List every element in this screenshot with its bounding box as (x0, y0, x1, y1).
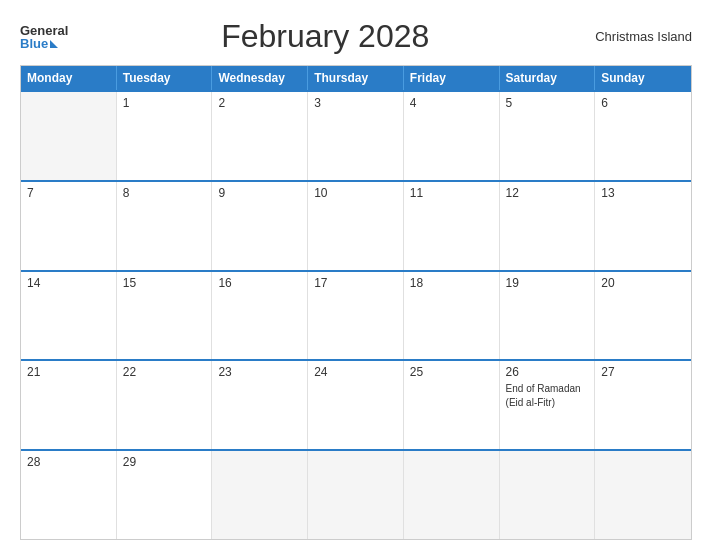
calendar-week-2: 7 8 9 10 11 12 13 (21, 180, 691, 270)
table-row: 17 (308, 272, 404, 360)
table-row: 9 (212, 182, 308, 270)
logo-general-text: General (20, 24, 68, 37)
weekday-tuesday: Tuesday (117, 66, 213, 90)
table-row (404, 451, 500, 539)
weekday-monday: Monday (21, 66, 117, 90)
logo: General Blue (20, 24, 68, 50)
table-row: 19 (500, 272, 596, 360)
table-row: 6 (595, 92, 691, 180)
table-row: 2 (212, 92, 308, 180)
table-row: 24 (308, 361, 404, 449)
weekday-friday: Friday (404, 66, 500, 90)
calendar-header: Monday Tuesday Wednesday Thursday Friday… (21, 66, 691, 90)
table-row: 10 (308, 182, 404, 270)
holiday-eid: End of Ramadan (Eid al-Fitr) (506, 383, 581, 408)
table-row: 8 (117, 182, 213, 270)
table-row: 16 (212, 272, 308, 360)
table-row: 28 (21, 451, 117, 539)
table-row: 20 (595, 272, 691, 360)
table-row: 26 End of Ramadan (Eid al-Fitr) (500, 361, 596, 449)
page: General Blue February 2028 Christmas Isl… (0, 0, 712, 550)
table-row: 23 (212, 361, 308, 449)
table-row (21, 92, 117, 180)
table-row: 27 (595, 361, 691, 449)
table-row: 15 (117, 272, 213, 360)
table-row: 4 (404, 92, 500, 180)
table-row: 13 (595, 182, 691, 270)
table-row (500, 451, 596, 539)
logo-triangle-icon (50, 40, 58, 48)
calendar: Monday Tuesday Wednesday Thursday Friday… (20, 65, 692, 540)
calendar-week-5: 28 29 (21, 449, 691, 539)
table-row (212, 451, 308, 539)
weekday-thursday: Thursday (308, 66, 404, 90)
table-row: 7 (21, 182, 117, 270)
weekday-saturday: Saturday (500, 66, 596, 90)
table-row (595, 451, 691, 539)
calendar-title: February 2028 (68, 18, 582, 55)
table-row: 11 (404, 182, 500, 270)
table-row: 3 (308, 92, 404, 180)
table-row: 12 (500, 182, 596, 270)
region-label: Christmas Island (582, 29, 692, 44)
calendar-week-4: 21 22 23 24 25 26 End of Ramadan (Eid al… (21, 359, 691, 449)
table-row: 1 (117, 92, 213, 180)
table-row: 22 (117, 361, 213, 449)
table-row: 14 (21, 272, 117, 360)
weekday-wednesday: Wednesday (212, 66, 308, 90)
weekday-sunday: Sunday (595, 66, 691, 90)
calendar-week-3: 14 15 16 17 18 19 20 (21, 270, 691, 360)
table-row: 25 (404, 361, 500, 449)
calendar-body: 1 2 3 4 5 6 7 8 9 10 11 12 13 14 15 (21, 90, 691, 539)
table-row: 5 (500, 92, 596, 180)
calendar-week-1: 1 2 3 4 5 6 (21, 90, 691, 180)
table-row: 18 (404, 272, 500, 360)
table-row (308, 451, 404, 539)
header: General Blue February 2028 Christmas Isl… (20, 18, 692, 55)
logo-blue-text: Blue (20, 37, 58, 50)
table-row: 21 (21, 361, 117, 449)
table-row: 29 (117, 451, 213, 539)
